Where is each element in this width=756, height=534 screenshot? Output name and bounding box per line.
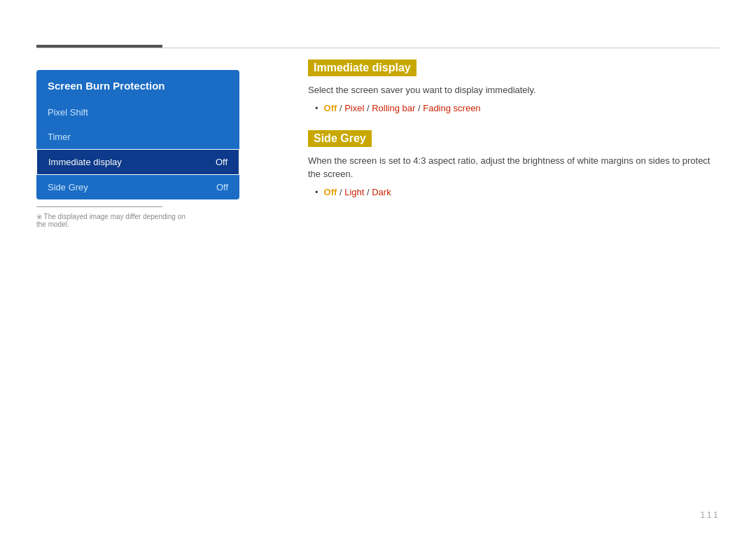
section1-description: Select the screen saver you want to disp…	[308, 83, 720, 97]
menu-item-pixel-shift[interactable]: Pixel Shift	[36, 100, 239, 125]
section1-option-off: Off / Pixel / Rolling bar / Fading scree…	[324, 103, 481, 113]
section1-bullet: • Off / Pixel / Rolling bar / Fading scr…	[308, 103, 720, 113]
menu-item-value: Off	[216, 182, 228, 192]
section2-options: Off / Light / Dark	[324, 187, 391, 197]
footnote-divider	[36, 206, 162, 207]
menu-item-timer[interactable]: Timer	[36, 125, 239, 149]
menu-item-side-grey[interactable]: Side Grey Off	[36, 175, 239, 199]
menu-item-label: Timer	[48, 132, 71, 142]
section2-description: When the screen is set to 4:3 aspect rat…	[308, 154, 720, 181]
footnote-text: ※ The displayed image may differ dependi…	[36, 213, 190, 228]
menu-item-label: Side Grey	[48, 182, 88, 192]
menu-title: Screen Burn Protection	[36, 70, 239, 100]
right-content: Immediate display Select the screen save…	[308, 59, 720, 202]
section-immediate-display: Immediate display Select the screen save…	[308, 59, 720, 113]
left-panel: Screen Burn Protection Pixel Shift Timer…	[36, 70, 239, 199]
menu-box: Screen Burn Protection Pixel Shift Timer…	[36, 70, 239, 199]
menu-item-value: Off	[216, 157, 227, 167]
menu-item-label: Pixel Shift	[48, 107, 88, 118]
page-number: 111	[700, 510, 720, 520]
section-side-grey: Side Grey When the screen is set to 4:3 …	[308, 130, 720, 197]
section2-heading: Side Grey	[308, 130, 372, 147]
bullet-dot: •	[315, 103, 318, 113]
section1-heading: Immediate display	[308, 59, 416, 76]
bullet-dot-2: •	[315, 187, 318, 197]
top-line	[36, 48, 720, 48]
section2-bullet: • Off / Light / Dark	[308, 187, 720, 197]
footnote-area: ※ The displayed image may differ dependi…	[36, 206, 190, 228]
menu-item-label: Immediate display	[48, 157, 122, 167]
menu-item-immediate-display[interactable]: Immediate display Off	[36, 149, 239, 175]
